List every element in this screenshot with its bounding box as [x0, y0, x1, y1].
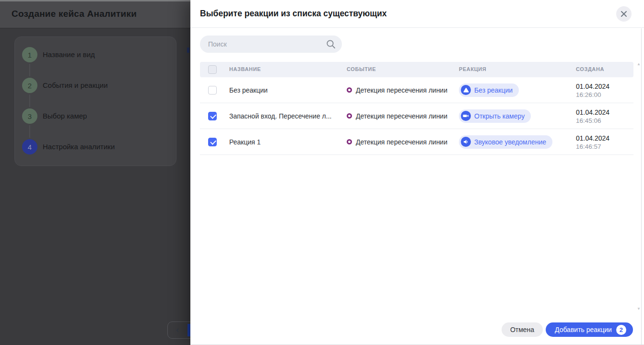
reaction-badge: Звуковое уведомление — [459, 135, 552, 149]
step-label: Выбор камер — [43, 112, 87, 120]
reaction-badge-label: Открыть камеру — [474, 112, 525, 120]
add-reactions-button[interactable]: Добавить реакции 2 — [546, 322, 633, 337]
chevron-left-icon: ‹ — [176, 324, 179, 335]
row-checkbox[interactable] — [208, 138, 217, 146]
alert-triangle-icon — [461, 85, 471, 95]
step-number-circle: 2 — [22, 78, 37, 93]
wizard-stepper-card: 1 Название и вид 2 События и реакции 3 В… — [14, 36, 176, 166]
event-cell: Детекция пересечения линии — [347, 138, 447, 146]
scroll-down-icon[interactable]: ▼ — [635, 307, 642, 311]
table-row[interactable]: Реакция 1 Детекция пересечения линии Зву… — [200, 129, 633, 155]
event-ring-icon — [347, 139, 352, 144]
close-button[interactable] — [616, 6, 632, 22]
scroll-up-icon[interactable]: ▲ — [635, 62, 642, 66]
event-ring-icon — [347, 113, 352, 119]
reaction-badge-label: Звуковое уведомление — [474, 138, 546, 146]
column-header-created: СОЗДАНА — [576, 66, 604, 72]
created-date: 01.04.2024 — [576, 82, 609, 90]
modal-title: Выберите реакции из списка существующих — [200, 9, 387, 19]
step-number-circle: 1 — [22, 47, 37, 62]
event-cell: Детекция пересечения линии — [347, 86, 447, 94]
select-reactions-modal: Выберите реакции из списка существующих … — [190, 0, 644, 345]
page-title: Создание кейса Аналитики — [12, 9, 137, 19]
event-label: Детекция пересечения линии — [356, 86, 447, 94]
created-cell: 01.04.2024 16:45:06 — [576, 108, 609, 124]
stepper-step-name-and-type[interactable]: 1 Название и вид — [15, 47, 177, 62]
cancel-button[interactable]: Отмена — [502, 322, 543, 337]
event-cell: Детекция пересечения линии — [347, 112, 447, 120]
table-header: НАЗВАНИЕ СОБЫТИЕ РЕАКЦИЯ СОЗДАНА — [200, 62, 633, 77]
search-icon — [326, 39, 336, 49]
step-connector — [29, 95, 30, 107]
step-label: Настройка аналитики — [43, 143, 115, 151]
created-time: 16:45:06 — [576, 117, 609, 124]
step-label: Название и вид — [43, 50, 95, 59]
stepper-step-camera-select[interactable]: 3 Выбор камер — [15, 108, 177, 124]
column-header-name: НАЗВАНИЕ — [229, 66, 261, 72]
row-checkbox[interactable] — [208, 112, 217, 120]
add-reactions-label: Добавить реакции — [555, 326, 612, 333]
reaction-name: Без реакции — [229, 86, 268, 94]
column-header-reaction: РЕАКЦИЯ — [459, 66, 486, 72]
created-date: 01.04.2024 — [576, 134, 609, 142]
step-label: События и реакции — [43, 81, 108, 89]
event-label: Детекция пересечения линии — [356, 112, 447, 120]
step-connector — [29, 125, 30, 138]
scrollbar-track[interactable] — [641, 28, 642, 345]
created-date: 01.04.2024 — [576, 108, 609, 116]
row-checkbox[interactable] — [208, 86, 217, 95]
modal-header: Выберите реакции из списка существующих — [190, 0, 644, 28]
close-icon — [621, 11, 627, 17]
reaction-name: Запасной вход. Пересечение л... — [229, 112, 331, 120]
created-cell: 01.04.2024 16:26:00 — [576, 82, 609, 98]
table-row[interactable]: Без реакции Детекция пересечения линии Б… — [200, 77, 633, 103]
step-number-circle: 4 — [22, 139, 37, 155]
created-time: 16:46:57 — [576, 143, 609, 150]
stepper-step-events-reactions[interactable]: 2 События и реакции — [15, 78, 177, 93]
reaction-name: Реакция 1 — [229, 138, 261, 146]
reaction-badge: Без реакции — [459, 83, 519, 97]
step-number-circle: 3 — [22, 108, 37, 124]
app-screen: Создание кейса Аналитики 1 Название и ви… — [0, 0, 644, 345]
camera-icon — [461, 111, 471, 121]
column-header-event: СОБЫТИЕ — [347, 66, 376, 72]
reaction-badge-label: Без реакции — [474, 86, 513, 94]
search-input[interactable] — [200, 36, 342, 53]
search-field — [200, 36, 342, 53]
clipped-underlying-content — [187, 48, 189, 53]
table-row[interactable]: Запасной вход. Пересечение л... Детекция… — [200, 103, 633, 129]
created-time: 16:26:00 — [576, 91, 609, 98]
speaker-icon — [461, 137, 471, 147]
step-connector — [29, 64, 30, 76]
stepper-step-analytics-settings[interactable]: 4 Настройка аналитики — [15, 139, 177, 155]
created-cell: 01.04.2024 16:46:57 — [576, 134, 609, 150]
select-all-checkbox[interactable] — [208, 65, 217, 74]
event-ring-icon — [347, 87, 352, 93]
reaction-badge: Открыть камеру — [459, 109, 531, 123]
selected-count-badge: 2 — [616, 325, 626, 335]
event-label: Детекция пересечения линии — [356, 138, 447, 146]
